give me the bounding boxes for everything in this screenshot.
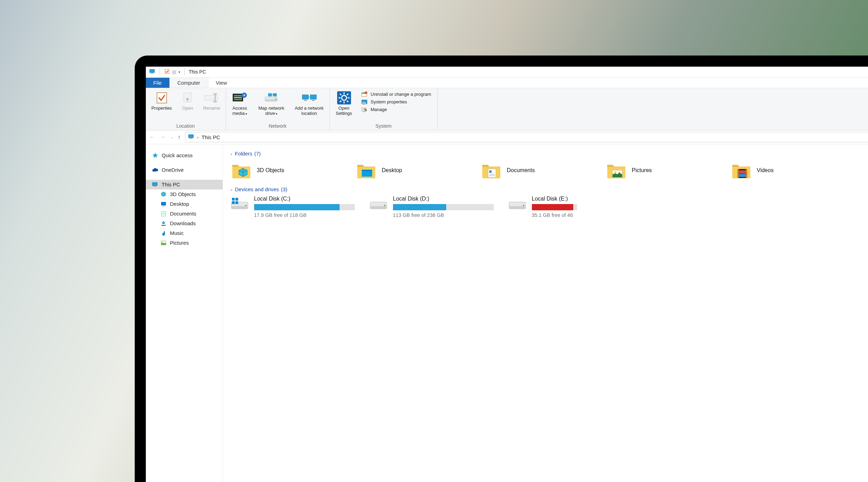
sidebar-desktop[interactable]: Desktop [146, 199, 223, 209]
svg-rect-7 [213, 93, 217, 94]
svg-rect-52 [161, 243, 166, 245]
folder-videos[interactable]: Videos [730, 160, 855, 185]
chevron-right-icon[interactable]: › [197, 134, 199, 140]
sidebar-3d-objects[interactable]: 3D Objects [146, 189, 223, 199]
sidebar-music[interactable]: Music [146, 228, 223, 238]
group-label-network: Network [229, 122, 326, 129]
add-location-label: Add a network location [293, 105, 326, 116]
section-count: (7) [254, 151, 261, 157]
open-settings-button[interactable]: Open Settings [333, 90, 355, 122]
drive-c[interactable]: Local Disk (C:) 17.9 GB free of 118 GB [230, 196, 355, 218]
section-title: Folders [235, 151, 252, 157]
folder-label: Pictures [632, 167, 652, 174]
sidebar-label: Downloads [170, 220, 196, 226]
folder-label: Desktop [382, 167, 402, 174]
section-title: Devices and drives [235, 186, 279, 192]
manage-icon [361, 107, 368, 112]
section-count: (3) [281, 186, 287, 192]
svg-rect-12 [234, 99, 242, 100]
svg-rect-50 [161, 225, 166, 226]
onedrive-icon [152, 167, 158, 173]
tab-view[interactable]: View [208, 78, 235, 88]
svg-rect-49 [162, 214, 165, 215]
nav-up-button[interactable]: ↑ [178, 134, 181, 141]
qat-dropdown-icon[interactable]: ▾ [178, 70, 180, 74]
nav-recent-dropdown[interactable]: ⌄ [170, 135, 174, 139]
section-drives-header[interactable]: ⌄ Devices and drives (3) [230, 186, 868, 192]
svg-rect-58 [489, 174, 495, 175]
sidebar-documents[interactable]: Documents [146, 209, 223, 219]
separator [160, 68, 160, 75]
svg-rect-44 [161, 202, 166, 205]
access-media-button[interactable]: Access media▾ [229, 90, 250, 122]
drives-grid: Local Disk (C:) 17.9 GB free of 118 GB L… [230, 196, 868, 218]
svg-rect-3 [157, 93, 167, 103]
sidebar-label: Documents [170, 211, 197, 217]
music-icon [160, 230, 167, 236]
add-location-button[interactable]: Add a network location [293, 90, 326, 122]
tab-file[interactable]: File [146, 78, 170, 88]
properties-button[interactable]: Properties [149, 90, 174, 122]
this-pc-icon [152, 181, 158, 188]
svg-rect-2 [165, 69, 169, 74]
sidebar-this-pc[interactable]: This PC [146, 180, 223, 189]
svg-rect-10 [234, 95, 242, 96]
3d-objects-icon [160, 191, 167, 197]
nav-back-button[interactable]: ← [149, 134, 156, 141]
address-bar[interactable]: › This PC [185, 132, 868, 142]
ribbon-tabs: File Computer View [146, 78, 868, 88]
map-drive-label: Map network drive▾ [255, 105, 288, 116]
folder-pictures[interactable]: Pictures [605, 160, 730, 185]
map-drive-button[interactable]: Map network drive▾ [255, 90, 288, 122]
drive-label: Local Disk (D:) [393, 196, 494, 202]
drive-icon [369, 196, 388, 211]
uninstall-program-button[interactable]: Uninstall or change a program [361, 92, 431, 97]
content-area: Quick access OneDrive This PC 3D Objects [146, 144, 868, 482]
svg-rect-0 [150, 69, 155, 73]
folder-label: 3D Objects [257, 167, 284, 174]
pictures-folder-icon [606, 162, 626, 179]
svg-rect-19 [302, 95, 308, 99]
desktop-folder-icon [356, 162, 376, 179]
manage-button[interactable]: Manage [361, 107, 431, 112]
desktop-icon [160, 201, 167, 207]
ribbon: Properties Open Rename [146, 88, 868, 130]
qat-this-pc-icon[interactable] [149, 69, 156, 75]
drive-usage-bar [393, 204, 494, 210]
folder-desktop[interactable]: Desktop [355, 160, 480, 185]
nav-forward-button[interactable]: → [160, 134, 166, 141]
open-button[interactable]: Open [179, 90, 197, 122]
quick-access-icon [152, 152, 158, 159]
ribbon-group-network: Access media▾ Map network drive▾ Add a n… [226, 88, 330, 130]
settings-icon [336, 92, 352, 104]
tab-computer[interactable]: Computer [170, 78, 208, 88]
svg-rect-20 [310, 95, 316, 99]
svg-rect-41 [190, 138, 192, 139]
drive-label: Local Disk (C:) [254, 196, 355, 202]
address-this-pc-icon [188, 134, 194, 140]
sidebar-downloads[interactable]: Downloads [146, 219, 223, 228]
folder-3d-objects[interactable]: 3D Objects [230, 160, 355, 185]
section-folders-header[interactable]: ⌄ Folders (7) [230, 151, 868, 157]
documents-folder-icon [481, 162, 501, 179]
qat-new-folder-icon[interactable]: ▦ [172, 69, 176, 75]
svg-rect-67 [739, 174, 746, 177]
sidebar-onedrive[interactable]: OneDrive [146, 165, 223, 175]
folder-documents[interactable]: Documents [480, 160, 605, 185]
svg-rect-43 [153, 186, 156, 187]
drive-d[interactable]: Local Disk (D:) 113 GB free of 238 GB [369, 196, 494, 218]
group-label-location: Location [149, 122, 222, 129]
main-view: ⌄ Folders (7) 3D Objects [223, 144, 868, 482]
sidebar-pictures[interactable]: Pictures [146, 238, 223, 248]
svg-rect-15 [265, 99, 277, 101]
chevron-down-icon: ⌄ [230, 151, 233, 156]
svg-rect-76 [370, 206, 387, 209]
separator [184, 68, 185, 75]
sidebar-label: Pictures [170, 240, 189, 246]
system-properties-button[interactable]: System properties [361, 99, 431, 105]
qat-properties-icon[interactable] [164, 69, 170, 75]
drive-e[interactable]: Local Disk (E:) 35.1 GB free of 46 [508, 196, 577, 218]
sidebar-quick-access[interactable]: Quick access [146, 151, 223, 160]
rename-button[interactable]: Rename [201, 90, 222, 122]
svg-rect-72 [235, 198, 238, 201]
